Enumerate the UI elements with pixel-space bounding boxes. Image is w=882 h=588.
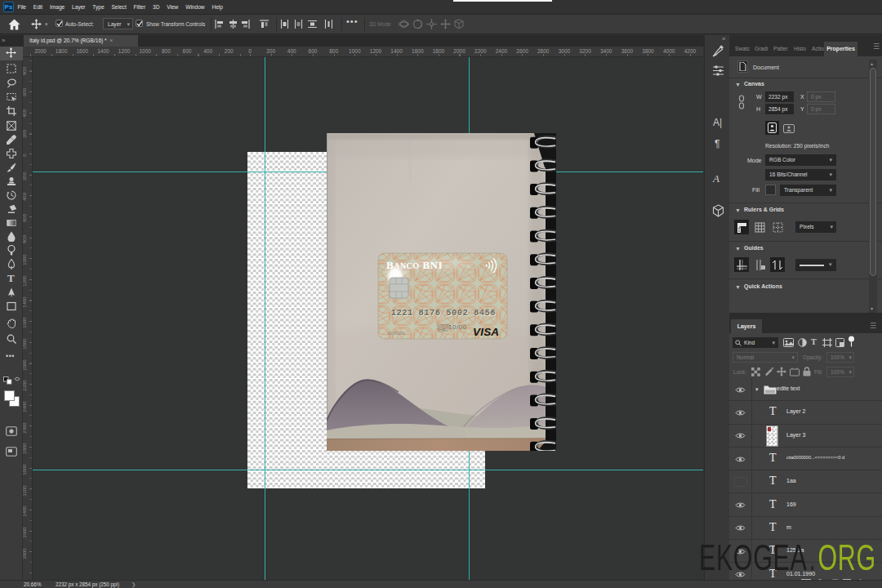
svg-text:1221 8176 5002 8456: 1221 8176 5002 8456 xyxy=(391,309,496,318)
svg-text:AD MILDS: AD MILDS xyxy=(387,332,404,336)
svg-text:10/00: 10/00 xyxy=(448,323,467,331)
svg-text:BANCO BNI: BANCO BNI xyxy=(386,259,443,271)
svg-text:VISA: VISA xyxy=(473,326,499,338)
